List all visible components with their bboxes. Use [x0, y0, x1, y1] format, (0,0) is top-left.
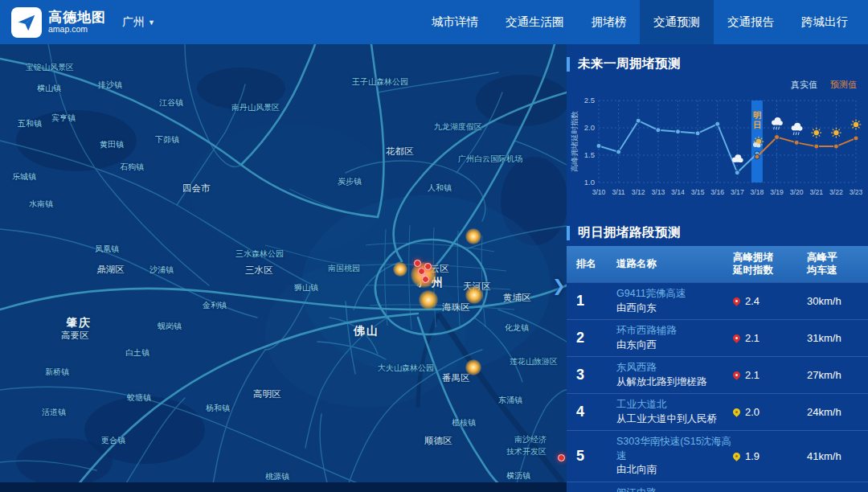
nav-item-2[interactable]: 拥堵榜 [578, 0, 641, 44]
road-name-link[interactable]: 工业大道北 [616, 398, 733, 412]
table-row: 1G9411莞佛高速由西向东2.430km/h [567, 282, 868, 319]
nav-item-0[interactable]: 城市详情 [418, 0, 492, 44]
forecast-section-title: 未来一周拥堵预测 [567, 55, 868, 72]
level-pin-icon [731, 370, 742, 380]
svg-text:3/16: 3/16 [710, 188, 724, 196]
city-selector[interactable]: 广州 ▼ [122, 15, 155, 30]
road-cell: S303华南快速(S15沈海高速由北向南 [616, 435, 733, 478]
brand-text: 高德地图 amap.com [48, 10, 106, 34]
traffic-map[interactable]: ❯ 宝锭山风景区横山镇排沙镇江谷镇南丹山风景区五和镇宾亨镇黄田镇下茆镇石狗镇四会… [0, 44, 567, 492]
svg-text:1.5: 1.5 [584, 150, 595, 159]
svg-text:3/19: 3/19 [770, 188, 784, 196]
svg-text:3/15: 3/15 [691, 188, 705, 196]
table-row: 2环市西路辅路由东向西2.131km/h [567, 319, 868, 356]
table-row: 4工业大道北从工业大道中到人民桥2.024km/h [567, 393, 868, 430]
svg-text:3/14: 3/14 [671, 188, 685, 196]
delay-index: 2.1 [733, 369, 807, 381]
delay-index: 2.4 [733, 295, 807, 307]
map-bottom-strip [0, 482, 567, 492]
road-direction: 由北向南 [616, 463, 733, 478]
peak-speed: 24km/h [807, 406, 868, 418]
forecast-chart: 1.01.52.02.5明日3/103/113/123/133/143/153/… [570, 91, 862, 213]
brand-name: 高德地图 [48, 10, 106, 25]
road-name-link[interactable]: G9411莞佛高速 [616, 287, 733, 301]
peak-speed: 27km/h [807, 369, 868, 381]
legend-actual: 真实值 [791, 79, 817, 91]
road-direction: 由东向西 [616, 338, 733, 353]
road-cell: 环市西路辅路由东向西 [616, 324, 733, 352]
svg-text:2.5: 2.5 [584, 96, 595, 105]
level-pin-icon [731, 407, 742, 417]
chevron-down-icon: ▼ [148, 18, 155, 27]
top-nav: 城市详情交通生活圈拥堵榜交通预测交通报告跨城出行 [418, 0, 862, 44]
road-name-link[interactable]: 东风西路 [616, 361, 733, 375]
svg-text:3/13: 3/13 [651, 188, 665, 196]
congestion-hotspot-marker [419, 290, 438, 310]
nav-item-4[interactable]: 交通报告 [714, 0, 788, 44]
road-name-link[interactable]: S303华南快速(S15沈海高速 [616, 435, 733, 463]
svg-text:1.0: 1.0 [584, 178, 595, 187]
amap-logo[interactable] [11, 7, 42, 38]
table-header: 排名道路名称高峰拥堵延时指数高峰平均车速 [567, 246, 868, 282]
svg-text:3/21: 3/21 [809, 188, 823, 196]
svg-text:3/12: 3/12 [632, 188, 645, 196]
brand-domain: amap.com [48, 25, 106, 34]
rank-value: 4 [576, 404, 616, 420]
svg-text:3/18: 3/18 [751, 188, 764, 196]
panel-collapse-arrow[interactable]: ❯ [552, 276, 566, 295]
congestion-alert-marker [422, 276, 429, 283]
nav-item-5[interactable]: 跨城出行 [788, 0, 862, 44]
svg-text:2.0: 2.0 [584, 123, 595, 132]
level-pin-icon [731, 333, 742, 343]
congestion-hotspot-marker [465, 359, 481, 375]
peak-speed: 30km/h [807, 295, 868, 307]
congestion-alert-marker [418, 268, 425, 275]
table-row: 3东风西路从解放北路到增槎路2.127km/h [567, 356, 868, 393]
svg-text:高峰拥堵延时指数: 高峰拥堵延时指数 [570, 111, 579, 173]
accent-bar [567, 57, 570, 72]
svg-text:3/22: 3/22 [829, 188, 843, 196]
nav-item-1[interactable]: 交通生活圈 [492, 0, 578, 44]
table-body: 1G9411莞佛高速由西向东2.430km/h2环市西路辅路由东向西2.131k… [567, 282, 868, 492]
congestion-alert-marker [558, 454, 565, 461]
rank-value: 1 [576, 293, 616, 310]
delay-index: 2.1 [733, 332, 807, 344]
legend-forecast: 预测值 [830, 79, 857, 91]
traffic-panel: 未来一周拥堵预测 真实值 预测值 1.01.52.02.5明日3/103/113… [567, 44, 868, 492]
congestion-hotspot-marker [393, 262, 407, 277]
road-cell: 工业大道北从工业大道中到人民桥 [616, 398, 733, 426]
rank-value: 2 [576, 330, 616, 346]
rank-value: 5 [576, 448, 616, 465]
svg-text:3/20: 3/20 [790, 188, 804, 196]
peak-speed: 41km/h [807, 450, 868, 462]
table-row: 5S303华南快速(S15沈海高速由北向南1.941km/h [567, 430, 868, 482]
road-direction: 从解放北路到增槎路 [616, 375, 733, 390]
svg-text:3/10: 3/10 [592, 188, 606, 196]
congestion-alert-marker [424, 263, 432, 270]
city-label: 广州 [122, 15, 145, 30]
road-cell: 东风西路从解放北路到增槎路 [616, 361, 733, 389]
nav-item-3[interactable]: 交通预测 [640, 0, 714, 44]
table-col-header-1: 道路名称 [616, 258, 733, 271]
congestion-table: 排名道路名称高峰拥堵延时指数高峰平均车速 1G9411莞佛高速由西向东2.430… [567, 246, 868, 492]
road-network [0, 44, 567, 492]
road-cell: 阅江中路从阅江西路到科韵路 [616, 486, 733, 492]
road-direction: 由西向东 [616, 301, 733, 316]
svg-text:明: 明 [753, 110, 762, 120]
svg-text:3/23: 3/23 [850, 188, 862, 196]
svg-text:3/11: 3/11 [612, 188, 625, 196]
congestion-alert-marker [414, 260, 421, 267]
accent-bar [567, 226, 570, 240]
app-header: 高德地图 amap.com 广州 ▼ 城市详情交通生活圈拥堵榜交通预测交通报告跨… [0, 0, 868, 44]
road-cell: G9411莞佛高速由西向东 [616, 287, 733, 315]
table-row: 6阅江中路从阅江西路到科韵路1.927km/h [567, 482, 868, 492]
chart-legend: 真实值 预测值 [567, 76, 868, 91]
delay-index: 2.0 [733, 406, 807, 418]
delay-index: 1.9 [733, 450, 807, 462]
road-name-link[interactable]: 阅江中路 [616, 486, 733, 492]
table-col-header-2: 高峰拥堵延时指数 [733, 252, 807, 277]
table-col-header-0: 排名 [576, 258, 616, 271]
road-direction: 从工业大道中到人民桥 [616, 412, 733, 427]
level-pin-icon [731, 451, 742, 461]
road-name-link[interactable]: 环市西路辅路 [616, 324, 733, 338]
